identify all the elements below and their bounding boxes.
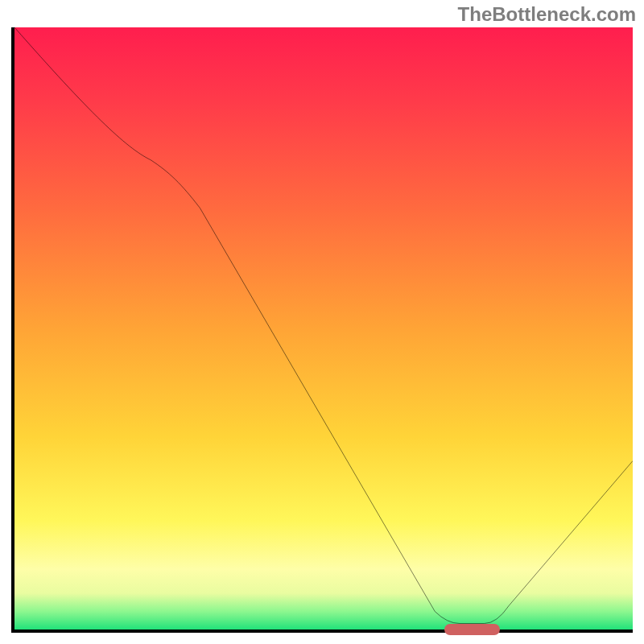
bottleneck-curve xyxy=(14,27,633,630)
attribution-label: TheBottleneck.com xyxy=(458,3,636,26)
curve-path xyxy=(14,27,633,624)
chart-container: TheBottleneck.com xyxy=(0,0,644,644)
optimal-range-bar xyxy=(444,624,500,635)
plot-area xyxy=(11,27,633,633)
